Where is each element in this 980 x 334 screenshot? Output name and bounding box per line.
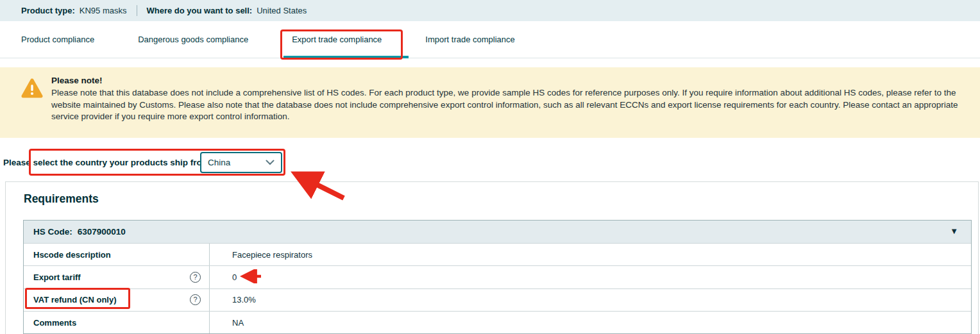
collapse-caret-icon[interactable]: ▼ <box>950 226 958 236</box>
table-row-vat-refund: VAT refund (CN only) ? 13.0% <box>24 288 971 311</box>
sell-country-label: Where do you want to sell: <box>147 6 253 15</box>
row-value: 13.0% <box>232 295 256 305</box>
table-row-hscode-description: Hscode description Facepiece respirators <box>24 243 971 265</box>
hs-code-value: 6307900010 <box>78 227 126 237</box>
hs-code-header-row[interactable]: HS Code: 6307900010 ▼ <box>24 221 971 243</box>
tab-dangerous-goods-compliance[interactable]: Dangerous goods compliance <box>138 35 248 44</box>
row-label: Export tariff <box>33 272 190 282</box>
hs-code-label: HS Code: <box>33 227 72 237</box>
warning-triangle-icon <box>21 78 43 102</box>
active-tab-underline <box>283 56 409 58</box>
row-value: NA <box>232 318 244 328</box>
notice-text: Please note! Please note that this datab… <box>51 76 974 123</box>
product-type-label: Product type: <box>21 6 75 15</box>
chevron-down-icon <box>266 158 275 167</box>
row-value-cell: NA <box>210 312 971 333</box>
tab-import-trade-compliance[interactable]: Import trade compliance <box>425 35 514 44</box>
divider <box>137 5 137 16</box>
product-type-value: KN95 masks <box>80 6 127 15</box>
help-question-icon[interactable]: ? <box>190 272 201 283</box>
sell-country-value: United States <box>257 6 307 15</box>
export-trade-compliance-page: Product type: KN95 masks Where do you wa… <box>0 0 980 334</box>
row-label-cell: Comments <box>24 312 210 333</box>
help-question-icon[interactable]: ? <box>190 294 201 305</box>
tab-product-compliance[interactable]: Product compliance <box>21 35 94 44</box>
requirements-card: Requirements HS Code: 6307900010 ▼ Hscod… <box>5 181 979 334</box>
selected-country: China <box>208 158 230 167</box>
row-label-cell: VAT refund (CN only) ? <box>24 289 210 311</box>
row-label: VAT refund (CN only) <box>33 295 190 305</box>
notice-body: Please note that this database does not … <box>51 87 974 123</box>
table-row-export-tariff: Export tariff ? 0 <box>24 265 971 288</box>
row-label-cell: Export tariff ? <box>24 266 210 288</box>
notice-title: Please note! <box>51 76 974 85</box>
requirements-heading: Requirements <box>24 192 99 206</box>
compliance-tabs: Product compliance Dangerous goods compl… <box>0 21 980 58</box>
tab-export-trade-compliance[interactable]: Export trade compliance <box>292 35 382 44</box>
row-label-cell: Hscode description <box>24 244 210 265</box>
ship-from-country-select[interactable]: China <box>200 152 282 173</box>
requirements-table: HS Code: 6307900010 ▼ Hscode description… <box>23 220 972 334</box>
table-row-comments: Comments NA <box>24 311 971 333</box>
ship-from-label: Please select the country your products … <box>3 158 210 167</box>
row-value-cell: Facepiece respirators <box>210 244 971 265</box>
row-value: 0 <box>232 272 237 282</box>
row-value-cell: 13.0% <box>210 289 971 311</box>
row-label: Comments <box>33 318 201 328</box>
row-value: Facepiece respirators <box>232 250 312 260</box>
notice-banner: Please note! Please note that this datab… <box>0 67 980 138</box>
row-value-cell: 0 <box>210 266 971 288</box>
row-label: Hscode description <box>33 250 201 260</box>
context-bar: Product type: KN95 masks Where do you wa… <box>0 0 980 21</box>
